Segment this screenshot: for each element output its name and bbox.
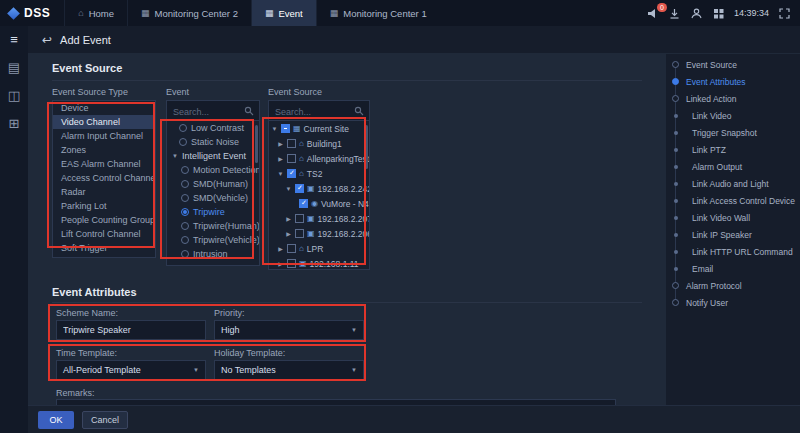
- chevron-down-icon[interactable]: ▼: [271, 126, 278, 132]
- event-option-selected[interactable]: Tripwire: [167, 205, 259, 219]
- nav-linked-action[interactable]: Linked Action: [670, 90, 800, 107]
- layers-panel-icon[interactable]: ◫: [8, 89, 20, 102]
- checkbox[interactable]: [287, 244, 296, 253]
- checkbox[interactable]: [295, 214, 304, 223]
- tab-monitoring-center-2[interactable]: ▦ Monitoring Center 2: [127, 0, 251, 26]
- chevron-right-icon[interactable]: ▶: [277, 140, 284, 147]
- nav-event-attributes[interactable]: Event Attributes: [670, 73, 800, 90]
- event-option-label: SMD(Human): [193, 179, 248, 189]
- checkbox-checked[interactable]: [299, 199, 308, 208]
- event-group-intelligent[interactable]: ▼ Intelligent Event: [167, 149, 259, 163]
- nav-link-ip-speaker[interactable]: Link IP Speaker: [670, 226, 800, 243]
- chevron-right-icon[interactable]: ▶: [277, 245, 284, 252]
- nav-notify-user[interactable]: Notify User: [670, 294, 800, 311]
- priority-select[interactable]: High ▼: [214, 320, 364, 340]
- checkbox[interactable]: [287, 139, 296, 148]
- source-type-item[interactable]: Parking Lot: [53, 199, 155, 213]
- download-icon[interactable]: [668, 7, 681, 20]
- tree-node-label: 192.168.1.11: [310, 259, 359, 269]
- event-option[interactable]: Low Contrast: [167, 121, 259, 135]
- checkbox[interactable]: [295, 229, 304, 238]
- event-list-scrollbar[interactable]: [255, 125, 258, 163]
- nav-label: Linked Action: [686, 94, 737, 104]
- chevron-down-icon[interactable]: ▼: [285, 186, 292, 192]
- tools-panel-icon[interactable]: ⊞: [9, 117, 20, 130]
- tab-monitoring-center-1[interactable]: ▦ Monitoring Center 1: [316, 0, 440, 26]
- monitor-panel-icon[interactable]: ▤: [8, 61, 20, 74]
- tree-node-device-207[interactable]: ▶ ▣ 192.168.2.207: [269, 211, 369, 226]
- source-type-item[interactable]: People Counting Group: [53, 213, 155, 227]
- nav-link-access-control-device[interactable]: Link Access Control Device: [670, 192, 800, 209]
- apps-icon[interactable]: [712, 7, 725, 20]
- holiday-template-select[interactable]: No Templates ▼: [214, 360, 364, 380]
- chevron-right-icon[interactable]: ▶: [285, 215, 292, 222]
- nav-trigger-snapshot[interactable]: Trigger Snapshot: [670, 124, 800, 141]
- nav-alarm-output[interactable]: Alarm Output: [670, 158, 800, 175]
- nav-event-source[interactable]: Event Source: [670, 56, 800, 73]
- checkbox[interactable]: [287, 154, 296, 163]
- tree-node-lpr[interactable]: ▶ ⌂ LPR: [269, 241, 369, 256]
- checkbox-indeterminate[interactable]: [281, 124, 290, 133]
- chevron-right-icon[interactable]: ▶: [285, 230, 292, 237]
- tree-node-allenparkingtest[interactable]: ▶ ⌂ AllenparkingTest: [269, 151, 369, 166]
- event-option[interactable]: Static Noise: [167, 135, 259, 149]
- step-dot-active: [672, 78, 679, 85]
- tree-node-device-242[interactable]: ▼ ▣ 192.168.2.242: [269, 181, 369, 196]
- source-type-item[interactable]: Device: [53, 101, 155, 115]
- fullscreen-icon[interactable]: [778, 7, 791, 20]
- tab-event[interactable]: ▦ Event: [251, 0, 316, 26]
- source-type-item[interactable]: Lift Control Channel: [53, 227, 155, 241]
- device-icon: ▣: [299, 260, 307, 268]
- tab-home-label: Home: [89, 8, 114, 19]
- source-type-item[interactable]: EAS Alarm Channel: [53, 157, 155, 171]
- checkbox[interactable]: [287, 259, 296, 268]
- tree-node-ts2[interactable]: ▼ ⌂ TS2: [269, 166, 369, 181]
- cancel-button[interactable]: Cancel: [82, 411, 128, 429]
- tree-node-device-112[interactable]: ▶ ▣ 192.168.1.11: [269, 256, 369, 270]
- org-icon: ⌂: [299, 245, 304, 253]
- page-title: Add Event: [60, 34, 111, 46]
- event-option[interactable]: SMD(Vehicle): [167, 191, 259, 205]
- chevron-down-icon[interactable]: ▼: [277, 171, 284, 177]
- tree-scrollbar[interactable]: [365, 125, 368, 169]
- left-rail: ≡ ▤ ◫ ⊞: [0, 26, 28, 433]
- chevron-down-icon: ▼: [172, 153, 178, 159]
- checkbox-checked[interactable]: [287, 169, 296, 178]
- nav-alarm-protocol[interactable]: Alarm Protocol: [670, 277, 800, 294]
- step-dot: [674, 165, 678, 169]
- tree-node-device-206[interactable]: ▶ ▣ 192.168.2.206: [269, 226, 369, 241]
- tree-node-building1[interactable]: ▶ ⌂ Building1: [269, 136, 369, 151]
- time-template-select[interactable]: All-Period Template ▼: [56, 360, 206, 380]
- event-option[interactable]: Intrusion: [167, 247, 259, 261]
- event-option[interactable]: Tripwire(Human): [167, 219, 259, 233]
- nav-link-ptz[interactable]: Link PTZ: [670, 141, 800, 158]
- back-icon[interactable]: ↩: [42, 33, 52, 47]
- scheme-name-input[interactable]: [56, 320, 206, 340]
- source-type-item[interactable]: Radar: [53, 185, 155, 199]
- tree-node-camera-vumore[interactable]: ◉ VuMore - N4...: [269, 196, 369, 211]
- chevron-right-icon[interactable]: ▶: [277, 155, 284, 162]
- event-option[interactable]: Motion Detection: [167, 163, 259, 177]
- ok-button[interactable]: OK: [38, 411, 74, 429]
- source-type-item[interactable]: Soft Trigger: [53, 241, 155, 255]
- nav-link-audio-and-light[interactable]: Link Audio and Light: [670, 175, 800, 192]
- nav-link-http-url-command[interactable]: Link HTTP URL Command: [670, 243, 800, 260]
- source-type-item[interactable]: Access Control Channel: [53, 171, 155, 185]
- nav-label: Alarm Output: [692, 162, 742, 172]
- source-type-item-selected[interactable]: Video Channel: [53, 115, 155, 129]
- nav-link-video-wall[interactable]: Link Video Wall: [670, 209, 800, 226]
- checkbox-checked[interactable]: [295, 184, 304, 193]
- chevron-right-icon[interactable]: ▶: [277, 260, 284, 267]
- tree-node-current-site[interactable]: ▼ ▦ Current Site: [269, 121, 369, 136]
- event-option[interactable]: SMD(Human): [167, 177, 259, 191]
- nav-email[interactable]: Email: [670, 260, 800, 277]
- alarm-sound-button[interactable]: 0: [646, 7, 659, 20]
- event-option[interactable]: Tripwire(Vehicle): [167, 233, 259, 247]
- user-icon[interactable]: [690, 7, 703, 20]
- source-search: [269, 101, 369, 121]
- tab-home[interactable]: ⌂ Home: [64, 0, 127, 26]
- nav-link-video[interactable]: Link Video: [670, 107, 800, 124]
- menu-icon[interactable]: ≡: [10, 33, 18, 46]
- source-type-item[interactable]: Alarm Input Channel: [53, 129, 155, 143]
- source-type-item[interactable]: Zones: [53, 143, 155, 157]
